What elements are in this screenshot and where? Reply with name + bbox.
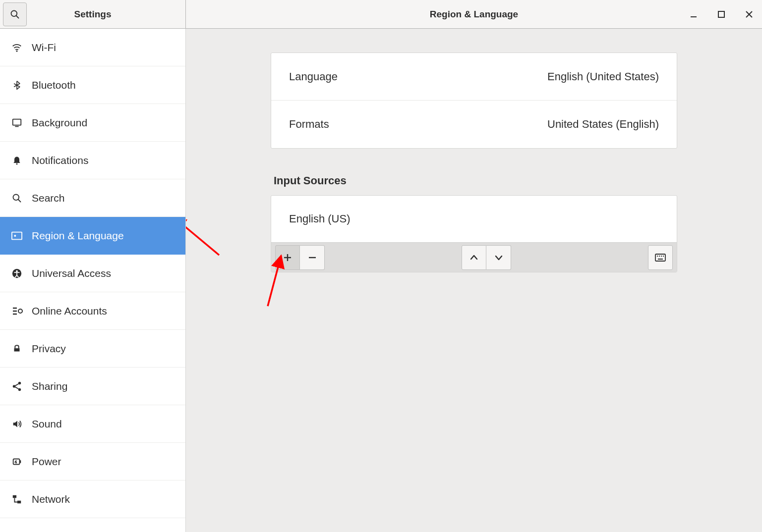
sidebar-item-label: Privacy	[32, 343, 66, 355]
notifications-icon	[11, 155, 23, 166]
svg-rect-8	[15, 126, 18, 127]
add-input-source-button[interactable]	[275, 245, 300, 270]
close-button[interactable]	[742, 7, 756, 21]
minimize-icon	[690, 10, 698, 18]
sidebar-item-sound[interactable]: Sound	[0, 405, 185, 443]
universal-access-icon	[11, 268, 23, 279]
body: Wi-Fi Bluetooth Background Notifications	[0, 29, 762, 532]
sidebar-item-label: Wi-Fi	[32, 42, 56, 53]
wifi-icon	[11, 42, 23, 53]
sidebar-item-search[interactable]: Search	[0, 179, 185, 217]
svg-rect-32	[661, 256, 662, 257]
svg-point-15	[16, 270, 18, 272]
formats-row[interactable]: Formats United States (English)	[271, 101, 677, 148]
settings-window: Settings Region & Language	[0, 0, 762, 532]
input-source-row[interactable]: English (US)	[271, 196, 677, 242]
keyboard-icon	[655, 254, 666, 262]
input-sources-title: Input Sources	[274, 174, 677, 187]
sidebar-item-label: Bluetooth	[32, 79, 76, 91]
sidebar-item-privacy[interactable]: Privacy	[0, 330, 185, 368]
arrow-to-sidebar-item	[186, 217, 219, 255]
svg-rect-33	[663, 256, 664, 257]
svg-line-20	[15, 383, 18, 385]
plus-icon	[283, 253, 292, 262]
online-accounts-icon	[11, 306, 23, 316]
sidebar-item-label: Sharing	[32, 380, 67, 392]
sidebar-item-label: Universal Access	[32, 267, 111, 279]
remove-input-source-button[interactable]	[300, 245, 325, 270]
svg-point-18	[18, 381, 21, 384]
formats-value: United States (English)	[547, 118, 659, 131]
show-keyboard-layout-button[interactable]	[648, 245, 673, 270]
keyboard-layout-group	[648, 245, 673, 270]
sidebar-item-bluetooth[interactable]: Bluetooth	[0, 66, 185, 104]
language-row[interactable]: Language English (United States)	[271, 53, 677, 101]
chevron-up-icon	[469, 253, 478, 262]
titlebar: Settings Region & Language	[0, 0, 762, 29]
svg-rect-31	[659, 256, 660, 257]
sidebar: Wi-Fi Bluetooth Background Notifications	[0, 29, 186, 532]
privacy-icon	[11, 343, 23, 354]
sidebar-item-label: Sound	[32, 418, 62, 430]
svg-rect-34	[658, 259, 663, 260]
search-icon	[10, 9, 20, 19]
content-area: Language English (United States) Formats…	[186, 29, 762, 532]
svg-rect-7	[13, 119, 21, 125]
sidebar-item-label: Online Accounts	[32, 305, 107, 317]
sidebar-item-network[interactable]: Network	[0, 480, 185, 518]
sidebar-item-universal-access[interactable]: Universal Access	[0, 255, 185, 292]
search-button[interactable]	[3, 2, 27, 26]
titlebar-left: Settings	[0, 0, 186, 28]
svg-line-21	[15, 387, 18, 389]
network-icon	[11, 494, 23, 505]
svg-rect-30	[657, 256, 658, 257]
bluetooth-icon	[11, 80, 23, 91]
svg-point-16	[18, 309, 22, 313]
chevron-down-icon	[494, 253, 503, 262]
move-up-button[interactable]	[462, 245, 486, 270]
minimize-button[interactable]	[687, 7, 701, 21]
region-language-icon	[11, 231, 23, 240]
move-down-button[interactable]	[486, 245, 511, 270]
sound-icon	[11, 419, 23, 429]
svg-rect-2	[691, 16, 697, 17]
formats-label: Formats	[289, 118, 329, 131]
svg-point-9	[16, 163, 18, 164]
sidebar-item-online-accounts[interactable]: Online Accounts	[0, 292, 185, 330]
sidebar-item-notifications[interactable]: Notifications	[0, 142, 185, 179]
svg-line-11	[18, 199, 21, 202]
language-formats-list: Language English (United States) Formats…	[271, 53, 677, 149]
add-remove-group	[275, 245, 325, 270]
input-sources-box: English (US)	[271, 195, 677, 272]
svg-rect-12	[12, 232, 22, 239]
svg-rect-23	[20, 460, 21, 463]
svg-rect-22	[13, 459, 20, 464]
svg-rect-24	[13, 495, 16, 498]
sidebar-item-wifi[interactable]: Wi-Fi	[0, 29, 185, 66]
region-language-panel: Language English (United States) Formats…	[271, 53, 677, 272]
svg-point-19	[18, 388, 21, 391]
move-group	[462, 245, 511, 270]
input-sources-toolbar	[271, 242, 677, 272]
sidebar-item-label: Background	[32, 117, 87, 129]
sidebar-item-label: Region & Language	[32, 230, 124, 242]
sidebar-item-background[interactable]: Background	[0, 104, 185, 142]
sidebar-item-label: Power	[32, 456, 61, 468]
sidebar-item-power[interactable]: Power	[0, 443, 185, 480]
maximize-icon	[718, 11, 725, 18]
svg-rect-25	[17, 500, 21, 503]
sharing-icon	[11, 381, 23, 392]
search-icon	[11, 193, 23, 203]
maximize-button[interactable]	[714, 7, 728, 21]
sidebar-title: Settings	[0, 9, 185, 20]
svg-point-17	[13, 385, 16, 388]
sidebar-item-label: Search	[32, 192, 65, 204]
svg-point-6	[16, 50, 18, 52]
power-icon	[11, 456, 23, 467]
sidebar-item-sharing[interactable]: Sharing	[0, 368, 185, 405]
sidebar-item-region-language[interactable]: Region & Language	[0, 217, 185, 255]
background-icon	[11, 117, 23, 128]
svg-line-1	[16, 15, 19, 18]
close-icon	[745, 10, 753, 18]
svg-rect-29	[655, 254, 665, 261]
